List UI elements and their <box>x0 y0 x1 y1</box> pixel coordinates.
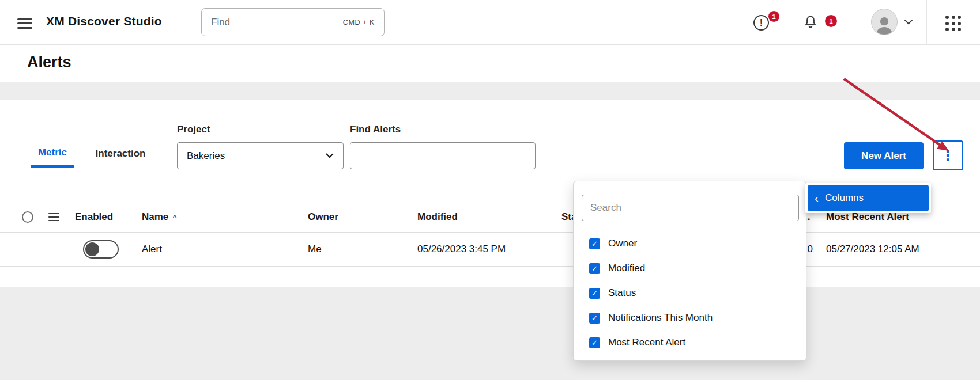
column-option-label: Status <box>608 287 636 299</box>
columns-search-input[interactable] <box>582 195 799 221</box>
chevron-left-icon: ‹ <box>815 192 819 204</box>
app-switcher-icon[interactable] <box>945 16 961 31</box>
column-option-label: Modified <box>608 263 645 274</box>
tab-metric[interactable]: Metric <box>31 140 74 168</box>
announcements-badge: 1 <box>768 11 779 22</box>
cell-owner: Me <box>306 244 415 255</box>
find-alerts-label: Find Alerts <box>350 124 401 135</box>
chevron-down-icon <box>326 153 334 158</box>
menu-item-columns-label: Columns <box>825 192 864 204</box>
tab-interaction[interactable]: Interaction <box>86 140 154 168</box>
page-title: Alerts <box>27 54 71 71</box>
notifications-badge: 1 <box>825 15 837 27</box>
column-option-notifications-this-month[interactable]: ✓ Notifications This Month <box>589 310 713 325</box>
spacer <box>0 82 980 100</box>
page-header: Alerts <box>0 45 980 82</box>
app-window: XM Discover Studio Find CMD + K ! 1 1 <box>0 0 980 380</box>
announcements-icon[interactable]: ! <box>753 15 769 31</box>
account-menu[interactable] <box>871 9 913 35</box>
topbar: XM Discover Studio Find CMD + K ! 1 1 <box>0 0 980 45</box>
checkbox-checked-icon[interactable]: ✓ <box>589 263 600 274</box>
user-avatar <box>871 9 898 35</box>
new-alert-button[interactable]: New Alert <box>844 142 924 169</box>
toggle-knob <box>85 242 99 256</box>
column-option-status[interactable]: ✓ Status <box>589 286 636 301</box>
menu-item-columns[interactable]: ‹ Columns <box>808 185 929 211</box>
table-row[interactable]: Alert Me 05/26/2023 3:45 PM 0 05/27/2023… <box>0 233 980 267</box>
topbar-divider <box>858 0 858 45</box>
header-enabled[interactable]: Enabled <box>73 211 140 223</box>
cell-name: Alert <box>140 244 306 255</box>
checkbox-checked-icon[interactable]: ✓ <box>589 288 600 299</box>
project-select[interactable]: Bakeries <box>177 142 344 169</box>
notifications-bell-icon[interactable] <box>802 14 819 31</box>
more-options-dropdown: ‹ Columns <box>805 183 931 213</box>
columns-popup: ✓ Owner ✓ Modified ✓ Status ✓ Notificati… <box>573 181 806 361</box>
project-label: Project <box>177 124 210 135</box>
column-option-most-recent-alert[interactable]: ✓ Most Recent Alert <box>589 335 685 350</box>
cell-modified: 05/26/2023 3:45 PM <box>415 244 559 255</box>
enabled-toggle[interactable] <box>83 240 119 259</box>
topbar-divider <box>785 0 785 45</box>
checkbox-checked-icon[interactable]: ✓ <box>589 313 600 324</box>
chevron-down-icon <box>904 20 913 25</box>
header-owner[interactable]: Owner <box>306 211 415 223</box>
checkbox-checked-icon[interactable]: ✓ <box>589 337 600 348</box>
hamburger-menu-icon[interactable] <box>17 16 32 31</box>
find-alerts-input[interactable] <box>350 142 536 169</box>
column-option-label: Owner <box>608 238 637 249</box>
header-name[interactable]: Name^ <box>140 211 306 223</box>
column-option-label: Notifications This Month <box>608 312 713 324</box>
more-options-button[interactable]: ⋮ <box>933 140 963 170</box>
search-shortcut-hint: CMD + K <box>343 18 375 26</box>
project-select-value: Bakeries <box>187 150 225 162</box>
global-search-input[interactable]: Find CMD + K <box>201 8 385 36</box>
exclamation-glyph: ! <box>760 18 763 28</box>
page-background <box>0 287 980 380</box>
column-option-label: Most Recent Alert <box>608 337 685 348</box>
column-option-owner[interactable]: ✓ Owner <box>589 236 637 251</box>
header-modified[interactable]: Modified <box>415 211 559 223</box>
kebab-icon: ⋮ <box>941 147 955 164</box>
column-option-modified[interactable]: ✓ Modified <box>589 261 645 276</box>
sort-ascending-icon: ^ <box>172 213 177 222</box>
table-settings-icon[interactable] <box>48 211 59 223</box>
header-most-recent-alert[interactable]: Most Recent Alert <box>819 211 980 223</box>
select-all-radio[interactable] <box>22 211 33 223</box>
topbar-divider <box>926 0 927 45</box>
checkbox-checked-icon[interactable]: ✓ <box>589 238 600 249</box>
cell-most-recent-alert: 05/27/2023 12:05 AM <box>819 244 980 255</box>
app-title: XM Discover Studio <box>46 14 162 28</box>
global-search-placeholder: Find <box>211 17 230 28</box>
